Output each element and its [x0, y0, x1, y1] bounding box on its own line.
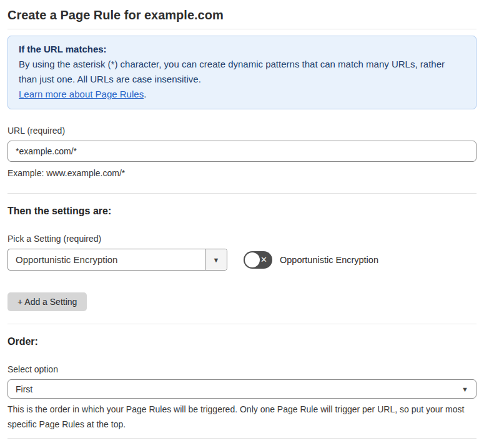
- order-section-heading: Order:: [7, 336, 477, 348]
- toggle-label: Opportunistic Encryption: [280, 255, 378, 265]
- toggle-off-x-icon: ✕: [260, 251, 267, 269]
- chevron-down-icon: ▼: [213, 256, 220, 264]
- footer-divider: [7, 438, 477, 439]
- order-select[interactable]: First ▼: [7, 379, 477, 399]
- settings-section-divider: [7, 324, 477, 324]
- page-rule-form: Create a Page Rule for example.com If th…: [0, 0, 484, 448]
- pick-setting-label: Pick a Setting (required): [7, 234, 477, 244]
- toggle-knob: [245, 252, 260, 267]
- url-section-divider: [7, 193, 477, 194]
- url-field-label: URL (required): [7, 126, 477, 136]
- page-title: Create a Page Rule for example.com: [7, 6, 477, 24]
- title-divider: [7, 29, 477, 29]
- url-match-info-box: If the URL matches: By using the asteris…: [7, 36, 477, 109]
- setting-combobox[interactable]: Opportunistic Encryption ▼: [7, 249, 227, 271]
- setting-combobox-value: Opportunistic Encryption: [8, 249, 205, 270]
- order-helper-text: This is the order in which your Page Rul…: [7, 402, 477, 432]
- toggle-wrap: ✕ Opportunistic Encryption: [244, 251, 378, 269]
- info-box-heading: If the URL matches:: [19, 42, 465, 57]
- url-input[interactable]: [7, 141, 477, 162]
- order-select-label: Select option: [7, 364, 477, 375]
- info-box-body: By using the asterisk (*) character, you…: [19, 57, 465, 87]
- url-example-helper: Example: www.example.com/*: [7, 166, 477, 181]
- order-select-value: First: [16, 384, 32, 394]
- select-chevron-down-icon: ▼: [462, 380, 468, 398]
- add-setting-button[interactable]: + Add a Setting: [7, 292, 87, 311]
- settings-section-heading: Then the settings are:: [7, 205, 477, 217]
- link-period: .: [144, 89, 146, 99]
- setting-row: Opportunistic Encryption ▼ ✕ Opportunist…: [7, 249, 477, 271]
- opportunistic-encryption-toggle[interactable]: ✕: [244, 251, 272, 269]
- learn-more-link[interactable]: Learn more about Page Rules: [19, 89, 144, 99]
- info-box-link-line: Learn more about Page Rules.: [19, 87, 465, 102]
- combobox-dropdown-button[interactable]: ▼: [205, 249, 227, 270]
